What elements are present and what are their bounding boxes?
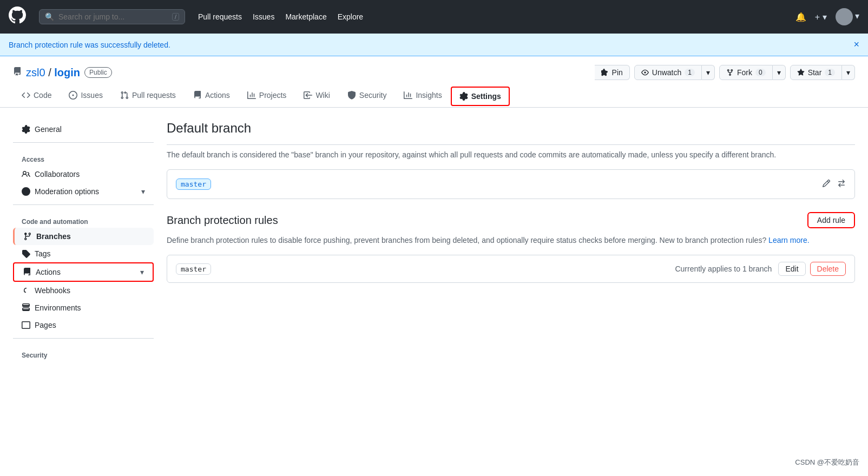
star-button[interactable]: Star 1: [790, 65, 842, 80]
sidebar-item-pages[interactable]: Pages: [13, 316, 154, 334]
sidebar-item-webhooks[interactable]: Webhooks: [13, 282, 154, 299]
banner-close-button[interactable]: ×: [853, 39, 859, 50]
pin-label: Pin: [612, 68, 623, 77]
rule-branch-name: master: [176, 263, 211, 275]
search-input[interactable]: [58, 12, 168, 21]
sidebar-environments-label: Environments: [35, 303, 81, 312]
star-dropdown[interactable]: ▾: [842, 65, 855, 80]
star-count: 1: [825, 69, 835, 76]
topnav-marketplace[interactable]: Marketplace: [285, 12, 326, 21]
tab-pull-requests[interactable]: Pull requests: [111, 84, 185, 107]
sidebar-branches-label: Branches: [36, 232, 71, 241]
add-rule-button[interactable]: Add rule: [807, 212, 855, 228]
sidebar-moderation-label: Moderation options: [35, 187, 99, 196]
rule-action-buttons: Edit Delete: [778, 262, 846, 276]
repo-name-link[interactable]: login: [54, 67, 80, 78]
sidebar-item-moderation[interactable]: Moderation options ▾: [13, 183, 154, 200]
rule-applies-info: Currently applies to 1 branch: [675, 265, 772, 273]
banner-message: Branch protection rule was successfully …: [9, 41, 170, 49]
topnav-explore[interactable]: Explore: [338, 12, 363, 21]
branch-protection-title: Branch protection rules: [167, 214, 278, 227]
actions-expand-icon: ▾: [140, 268, 144, 276]
current-default-branch: master: [176, 178, 211, 190]
fork-dropdown[interactable]: ▾: [773, 65, 786, 80]
pin-button[interactable]: Pin: [595, 65, 630, 80]
tab-issues[interactable]: Issues: [60, 84, 111, 107]
repo-header: zsl0 / login Public Pin Unwatch 1 ▾ Fork…: [0, 56, 868, 80]
tab-settings[interactable]: Settings: [451, 87, 510, 106]
edit-rule-button[interactable]: Edit: [778, 262, 805, 276]
unwatch-dropdown[interactable]: ▾: [702, 65, 715, 80]
new-item-button[interactable]: + ▾: [815, 12, 827, 22]
sidebar-pages-label: Pages: [35, 321, 56, 329]
tab-insights[interactable]: Insights: [395, 84, 450, 107]
branch-protection-description: Define branch protection rules to disabl…: [167, 235, 855, 246]
sidebar-general-label: General: [35, 125, 62, 134]
edit-branch-icon[interactable]: [822, 179, 831, 190]
sidebar-item-general[interactable]: General: [13, 121, 154, 138]
sidebar-collaborators-label: Collaborators: [35, 170, 80, 178]
branch-action-buttons: [822, 179, 846, 190]
pin-button-group: Pin: [595, 65, 630, 80]
sidebar-actions-label: Actions: [36, 268, 61, 276]
default-branch-title: Default branch: [167, 121, 855, 145]
unwatch-button[interactable]: Unwatch 1: [634, 65, 702, 80]
repo-separator: /: [48, 67, 54, 78]
fork-button[interactable]: Fork 0: [719, 65, 773, 80]
notification-button[interactable]: 🔔: [795, 12, 806, 22]
sidebar-code-automation-section: Code and automation: [13, 209, 154, 228]
topnav-right: 🔔 + ▾ ▾: [795, 8, 859, 25]
topnav-links: Pull requests Issues Marketplace Explore: [198, 12, 363, 21]
topnav-pull-requests[interactable]: Pull requests: [198, 12, 242, 21]
search-box[interactable]: 🔍 /: [39, 9, 185, 24]
delete-rule-button[interactable]: Delete: [810, 262, 846, 276]
search-icon: 🔍: [45, 12, 54, 21]
branch-rule-master: master Currently applies to 1 branch Edi…: [167, 255, 855, 283]
sidebar-webhooks-label: Webhooks: [35, 286, 70, 295]
sidebar-item-actions[interactable]: Actions ▾: [13, 262, 154, 282]
sidebar-security-section: Security: [13, 343, 154, 361]
unwatch-button-group: Unwatch 1 ▾: [634, 65, 715, 80]
slash-key-badge: /: [172, 13, 179, 21]
unwatch-count: 1: [685, 69, 695, 76]
tab-wiki[interactable]: Wiki: [295, 84, 338, 107]
sidebar-item-branches[interactable]: Branches: [13, 228, 154, 245]
repo-tabs: Code Issues Pull requests Actions Projec…: [0, 84, 868, 108]
github-logo[interactable]: [9, 6, 26, 27]
default-branch-box: master: [167, 169, 855, 199]
learn-more-link[interactable]: Learn more.: [768, 236, 809, 244]
fork-count: 0: [755, 69, 766, 76]
fork-button-group: Fork 0 ▾: [719, 65, 786, 80]
repo-icon: [13, 67, 22, 78]
avatar-button[interactable]: ▾: [836, 8, 859, 25]
sidebar-item-tags[interactable]: Tags: [13, 245, 154, 262]
moderation-expand-icon: ▾: [141, 187, 145, 196]
default-branch-description: The default branch is considered the "ba…: [167, 149, 855, 161]
main-layout: General Access Collaborators Moderation …: [0, 108, 868, 374]
topnav: 🔍 / Pull requests Issues Marketplace Exp…: [0, 0, 868, 34]
fork-label: Fork: [737, 68, 752, 77]
topnav-issues[interactable]: Issues: [253, 12, 274, 21]
tab-projects[interactable]: Projects: [239, 84, 295, 107]
branch-protection-header: Branch protection rules Add rule: [167, 212, 855, 228]
repo-owner-link[interactable]: zsl0: [26, 67, 45, 78]
sidebar-item-environments[interactable]: Environments: [13, 299, 154, 316]
sidebar: General Access Collaborators Moderation …: [13, 121, 154, 361]
tab-code[interactable]: Code: [13, 84, 60, 107]
sidebar-access-section: Access: [13, 147, 154, 166]
repo-actions: Pin Unwatch 1 ▾ Fork 0 ▾ Star 1: [595, 65, 855, 80]
visibility-badge: Public: [84, 67, 112, 78]
settings-content: Default branch The default branch is con…: [167, 121, 855, 361]
tab-security[interactable]: Security: [339, 84, 396, 107]
tab-actions[interactable]: Actions: [185, 84, 239, 107]
star-button-group: Star 1 ▾: [790, 65, 855, 80]
sidebar-item-collaborators[interactable]: Collaborators: [13, 166, 154, 183]
star-label: Star: [808, 68, 822, 77]
success-banner: Branch protection rule was successfully …: [0, 34, 868, 56]
switch-branch-icon[interactable]: [837, 179, 846, 190]
repo-full-name: zsl0 / login: [26, 67, 80, 79]
sidebar-tags-label: Tags: [35, 249, 51, 258]
unwatch-label: Unwatch: [652, 68, 681, 77]
